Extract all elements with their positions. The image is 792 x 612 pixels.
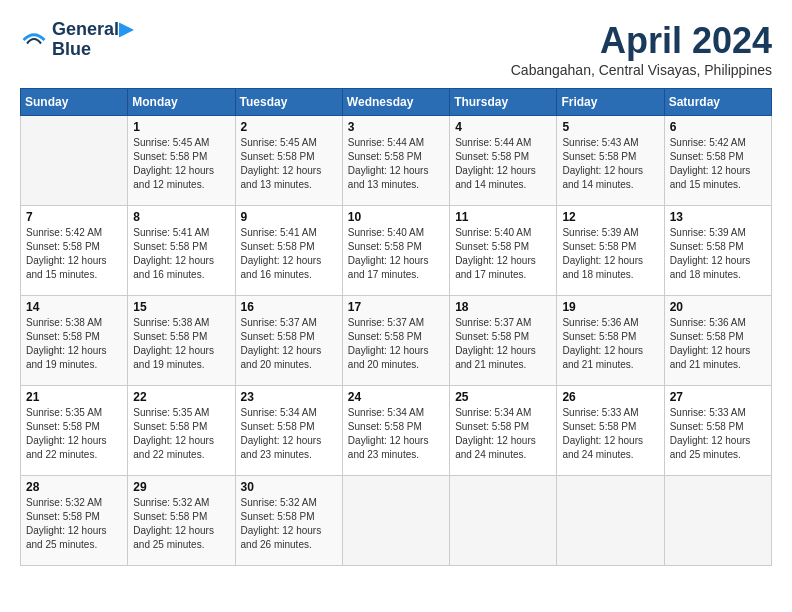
calendar-cell: 28Sunrise: 5:32 AM Sunset: 5:58 PM Dayli…: [21, 476, 128, 566]
logo-text: General▶ Blue: [52, 20, 133, 60]
day-info: Sunrise: 5:44 AM Sunset: 5:58 PM Dayligh…: [348, 136, 444, 192]
calendar-cell: 13Sunrise: 5:39 AM Sunset: 5:58 PM Dayli…: [664, 206, 771, 296]
column-header-friday: Friday: [557, 89, 664, 116]
day-number: 24: [348, 390, 444, 404]
calendar-cell: 3Sunrise: 5:44 AM Sunset: 5:58 PM Daylig…: [342, 116, 449, 206]
day-info: Sunrise: 5:34 AM Sunset: 5:58 PM Dayligh…: [455, 406, 551, 462]
calendar-cell: [664, 476, 771, 566]
title-block: April 2024 Cabangahan, Central Visayas, …: [511, 20, 772, 78]
calendar-cell: [557, 476, 664, 566]
day-number: 9: [241, 210, 337, 224]
calendar-cell: 15Sunrise: 5:38 AM Sunset: 5:58 PM Dayli…: [128, 296, 235, 386]
day-number: 10: [348, 210, 444, 224]
page-header: General▶ Blue April 2024 Cabangahan, Cen…: [20, 20, 772, 78]
calendar-cell: 23Sunrise: 5:34 AM Sunset: 5:58 PM Dayli…: [235, 386, 342, 476]
day-number: 25: [455, 390, 551, 404]
column-header-tuesday: Tuesday: [235, 89, 342, 116]
column-header-saturday: Saturday: [664, 89, 771, 116]
day-info: Sunrise: 5:34 AM Sunset: 5:58 PM Dayligh…: [348, 406, 444, 462]
day-number: 5: [562, 120, 658, 134]
calendar-cell: 25Sunrise: 5:34 AM Sunset: 5:58 PM Dayli…: [450, 386, 557, 476]
calendar-cell: 6Sunrise: 5:42 AM Sunset: 5:58 PM Daylig…: [664, 116, 771, 206]
day-info: Sunrise: 5:39 AM Sunset: 5:58 PM Dayligh…: [562, 226, 658, 282]
week-row-4: 21Sunrise: 5:35 AM Sunset: 5:58 PM Dayli…: [21, 386, 772, 476]
day-number: 21: [26, 390, 122, 404]
day-info: Sunrise: 5:33 AM Sunset: 5:58 PM Dayligh…: [562, 406, 658, 462]
calendar-cell: 8Sunrise: 5:41 AM Sunset: 5:58 PM Daylig…: [128, 206, 235, 296]
calendar-cell: 1Sunrise: 5:45 AM Sunset: 5:58 PM Daylig…: [128, 116, 235, 206]
column-header-sunday: Sunday: [21, 89, 128, 116]
day-number: 16: [241, 300, 337, 314]
day-number: 15: [133, 300, 229, 314]
day-number: 20: [670, 300, 766, 314]
calendar-cell: 5Sunrise: 5:43 AM Sunset: 5:58 PM Daylig…: [557, 116, 664, 206]
month-title: April 2024: [511, 20, 772, 62]
day-info: Sunrise: 5:36 AM Sunset: 5:58 PM Dayligh…: [670, 316, 766, 372]
day-number: 14: [26, 300, 122, 314]
calendar-table: SundayMondayTuesdayWednesdayThursdayFrid…: [20, 88, 772, 566]
day-number: 2: [241, 120, 337, 134]
calendar-cell: 19Sunrise: 5:36 AM Sunset: 5:58 PM Dayli…: [557, 296, 664, 386]
day-info: Sunrise: 5:32 AM Sunset: 5:58 PM Dayligh…: [241, 496, 337, 552]
day-number: 12: [562, 210, 658, 224]
calendar-cell: 18Sunrise: 5:37 AM Sunset: 5:58 PM Dayli…: [450, 296, 557, 386]
day-info: Sunrise: 5:32 AM Sunset: 5:58 PM Dayligh…: [26, 496, 122, 552]
day-info: Sunrise: 5:37 AM Sunset: 5:58 PM Dayligh…: [241, 316, 337, 372]
day-info: Sunrise: 5:44 AM Sunset: 5:58 PM Dayligh…: [455, 136, 551, 192]
week-row-2: 7Sunrise: 5:42 AM Sunset: 5:58 PM Daylig…: [21, 206, 772, 296]
calendar-cell: 14Sunrise: 5:38 AM Sunset: 5:58 PM Dayli…: [21, 296, 128, 386]
calendar-cell: [342, 476, 449, 566]
calendar-cell: [450, 476, 557, 566]
day-number: 11: [455, 210, 551, 224]
calendar-cell: 29Sunrise: 5:32 AM Sunset: 5:58 PM Dayli…: [128, 476, 235, 566]
day-info: Sunrise: 5:43 AM Sunset: 5:58 PM Dayligh…: [562, 136, 658, 192]
day-number: 28: [26, 480, 122, 494]
day-number: 6: [670, 120, 766, 134]
calendar-cell: 11Sunrise: 5:40 AM Sunset: 5:58 PM Dayli…: [450, 206, 557, 296]
logo: General▶ Blue: [20, 20, 133, 60]
calendar-cell: 4Sunrise: 5:44 AM Sunset: 5:58 PM Daylig…: [450, 116, 557, 206]
calendar-cell: 20Sunrise: 5:36 AM Sunset: 5:58 PM Dayli…: [664, 296, 771, 386]
day-number: 7: [26, 210, 122, 224]
day-number: 27: [670, 390, 766, 404]
calendar-cell: 2Sunrise: 5:45 AM Sunset: 5:58 PM Daylig…: [235, 116, 342, 206]
day-info: Sunrise: 5:45 AM Sunset: 5:58 PM Dayligh…: [241, 136, 337, 192]
day-number: 23: [241, 390, 337, 404]
calendar-cell: 30Sunrise: 5:32 AM Sunset: 5:58 PM Dayli…: [235, 476, 342, 566]
day-number: 17: [348, 300, 444, 314]
day-info: Sunrise: 5:35 AM Sunset: 5:58 PM Dayligh…: [133, 406, 229, 462]
day-info: Sunrise: 5:41 AM Sunset: 5:58 PM Dayligh…: [241, 226, 337, 282]
day-info: Sunrise: 5:38 AM Sunset: 5:58 PM Dayligh…: [26, 316, 122, 372]
day-info: Sunrise: 5:32 AM Sunset: 5:58 PM Dayligh…: [133, 496, 229, 552]
calendar-cell: 27Sunrise: 5:33 AM Sunset: 5:58 PM Dayli…: [664, 386, 771, 476]
day-info: Sunrise: 5:39 AM Sunset: 5:58 PM Dayligh…: [670, 226, 766, 282]
day-number: 1: [133, 120, 229, 134]
day-info: Sunrise: 5:37 AM Sunset: 5:58 PM Dayligh…: [348, 316, 444, 372]
calendar-cell: 10Sunrise: 5:40 AM Sunset: 5:58 PM Dayli…: [342, 206, 449, 296]
day-number: 13: [670, 210, 766, 224]
calendar-cell: 24Sunrise: 5:34 AM Sunset: 5:58 PM Dayli…: [342, 386, 449, 476]
logo-icon: [20, 26, 48, 54]
day-number: 26: [562, 390, 658, 404]
calendar-cell: 26Sunrise: 5:33 AM Sunset: 5:58 PM Dayli…: [557, 386, 664, 476]
day-info: Sunrise: 5:42 AM Sunset: 5:58 PM Dayligh…: [26, 226, 122, 282]
day-info: Sunrise: 5:35 AM Sunset: 5:58 PM Dayligh…: [26, 406, 122, 462]
week-row-1: 1Sunrise: 5:45 AM Sunset: 5:58 PM Daylig…: [21, 116, 772, 206]
day-info: Sunrise: 5:40 AM Sunset: 5:58 PM Dayligh…: [348, 226, 444, 282]
calendar-cell: 16Sunrise: 5:37 AM Sunset: 5:58 PM Dayli…: [235, 296, 342, 386]
day-info: Sunrise: 5:45 AM Sunset: 5:58 PM Dayligh…: [133, 136, 229, 192]
day-number: 3: [348, 120, 444, 134]
day-number: 22: [133, 390, 229, 404]
location-subtitle: Cabangahan, Central Visayas, Philippines: [511, 62, 772, 78]
week-row-5: 28Sunrise: 5:32 AM Sunset: 5:58 PM Dayli…: [21, 476, 772, 566]
calendar-cell: 21Sunrise: 5:35 AM Sunset: 5:58 PM Dayli…: [21, 386, 128, 476]
column-header-thursday: Thursday: [450, 89, 557, 116]
day-info: Sunrise: 5:40 AM Sunset: 5:58 PM Dayligh…: [455, 226, 551, 282]
day-info: Sunrise: 5:37 AM Sunset: 5:58 PM Dayligh…: [455, 316, 551, 372]
day-info: Sunrise: 5:36 AM Sunset: 5:58 PM Dayligh…: [562, 316, 658, 372]
day-info: Sunrise: 5:34 AM Sunset: 5:58 PM Dayligh…: [241, 406, 337, 462]
day-number: 8: [133, 210, 229, 224]
calendar-cell: 17Sunrise: 5:37 AM Sunset: 5:58 PM Dayli…: [342, 296, 449, 386]
day-info: Sunrise: 5:41 AM Sunset: 5:58 PM Dayligh…: [133, 226, 229, 282]
calendar-body: 1Sunrise: 5:45 AM Sunset: 5:58 PM Daylig…: [21, 116, 772, 566]
